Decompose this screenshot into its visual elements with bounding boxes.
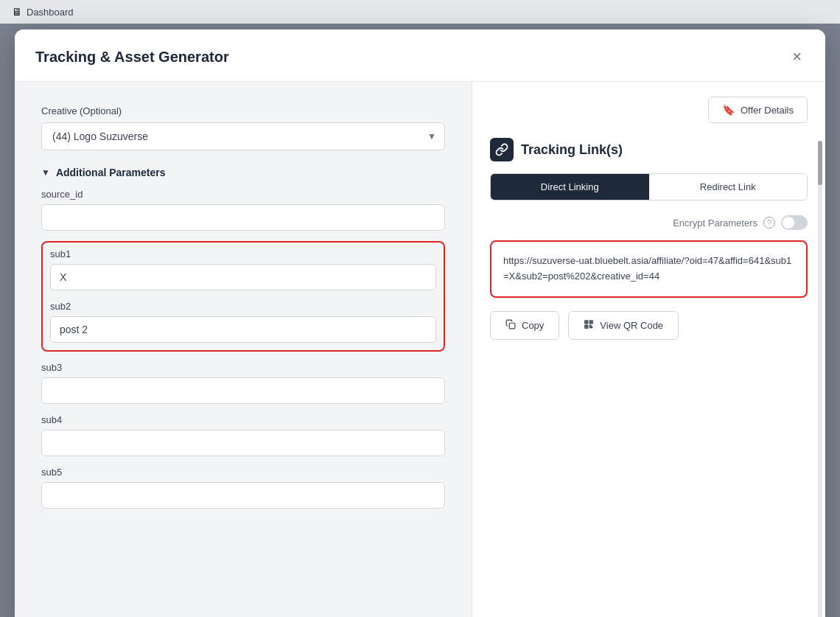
- modal-container: Tracking & Asset Generator × Creative (O…: [15, 29, 825, 617]
- offer-details-button[interactable]: 🔖 Offer Details: [708, 97, 808, 123]
- tab-redirect-link[interactable]: Redirect Link: [649, 174, 808, 200]
- offer-details-label: Offer Details: [741, 105, 794, 116]
- sub4-label: sub4: [41, 414, 445, 425]
- source-id-label: source_id: [41, 189, 445, 200]
- sub1-input[interactable]: [50, 264, 436, 290]
- sub3-label: sub3: [41, 362, 445, 373]
- tab-row: Direct Linking Redirect Link: [490, 173, 808, 201]
- creative-select[interactable]: (44) Logo Suzuverse: [41, 122, 445, 150]
- encrypt-toggle[interactable]: [781, 215, 808, 230]
- tracking-links-header: Tracking Link(s): [490, 138, 808, 161]
- sub5-input[interactable]: [41, 482, 445, 509]
- scrollbar-track: [818, 141, 822, 617]
- action-row: Copy View QR Code: [490, 311, 808, 340]
- section-card: Creative (Optional) (44) Logo Suzuverse …: [29, 94, 457, 534]
- source-id-field: source_id: [41, 189, 445, 231]
- sub5-label: sub5: [41, 467, 445, 478]
- encrypt-row: Encrypt Parameters ?: [490, 215, 808, 230]
- copy-icon: [505, 319, 516, 332]
- svg-rect-5: [591, 321, 592, 323]
- modal-header: Tracking & Asset Generator ×: [15, 29, 825, 81]
- tracking-url-box: https://suzuverse-uat.bluebelt.asia/affi…: [490, 240, 808, 298]
- svg-rect-4: [586, 321, 587, 323]
- tracking-links-title: Tracking Link(s): [521, 142, 623, 158]
- view-qr-button[interactable]: View QR Code: [568, 311, 679, 340]
- scrollbar-thumb[interactable]: [818, 141, 822, 185]
- qr-label: View QR Code: [600, 320, 663, 331]
- qr-icon: [584, 319, 594, 332]
- dashboard-icon: 🖥: [12, 6, 22, 18]
- left-panel: Creative (Optional) (44) Logo Suzuverse …: [15, 81, 472, 617]
- additional-parameters-label: Additional Parameters: [56, 167, 166, 178]
- tracking-url-text: https://suzuverse-uat.bluebelt.asia/affi…: [503, 255, 791, 282]
- svg-rect-6: [586, 326, 587, 327]
- right-panel: 🔖 Offer Details Tracking Link(s): [472, 81, 825, 617]
- source-id-input[interactable]: [41, 204, 445, 231]
- tracking-links-section: Tracking Link(s) Direct Linking Redirect…: [490, 138, 808, 340]
- modal-body: Creative (Optional) (44) Logo Suzuverse …: [15, 81, 825, 617]
- copy-label: Copy: [522, 320, 544, 331]
- tab-direct-linking[interactable]: Direct Linking: [491, 174, 649, 200]
- sub2-label: sub2: [50, 301, 436, 312]
- sub3-input[interactable]: [41, 377, 445, 404]
- creative-label: Creative (Optional): [41, 105, 445, 116]
- additional-parameters-header[interactable]: ▼ Additional Parameters: [41, 164, 445, 189]
- modal-overlay: 🖥 Dashboard Tracking & Asset Generator ×…: [0, 0, 840, 617]
- sub2-field: sub2: [50, 301, 436, 343]
- sub1-sub2-highlight-box: sub1 sub2: [41, 241, 445, 352]
- help-icon[interactable]: ?: [763, 217, 775, 229]
- sub4-field: sub4: [41, 414, 445, 456]
- link-icon: [490, 138, 514, 161]
- creative-select-wrapper: (44) Logo Suzuverse ▼: [41, 122, 445, 150]
- chevron-icon: ▼: [41, 167, 50, 178]
- close-button[interactable]: ×: [789, 46, 805, 68]
- sub1-label: sub1: [50, 248, 436, 259]
- copy-button[interactable]: Copy: [490, 311, 559, 340]
- sub4-input[interactable]: [41, 430, 445, 456]
- offer-btn-row: 🔖 Offer Details: [490, 97, 808, 123]
- sub1-field: sub1: [50, 248, 436, 290]
- sub5-field: sub5: [41, 467, 445, 509]
- dashboard-label: Dashboard: [27, 7, 74, 18]
- svg-rect-0: [509, 323, 515, 329]
- encrypt-label: Encrypt Parameters: [673, 217, 757, 229]
- sub2-input[interactable]: [50, 316, 436, 343]
- bookmark-icon: 🔖: [722, 104, 735, 116]
- modal-title: Tracking & Asset Generator: [35, 49, 229, 66]
- sub3-field: sub3: [41, 362, 445, 404]
